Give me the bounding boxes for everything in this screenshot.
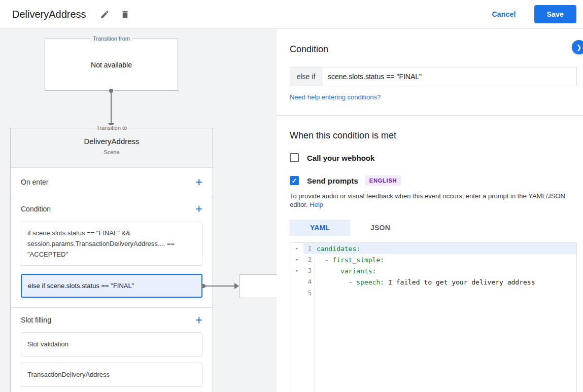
transition-from-value: Not available [91,61,132,69]
help-link[interactable]: Help [310,201,323,208]
line-number: 3 [303,265,314,276]
code-line[interactable]: candidates: [315,243,576,254]
linked-target-node[interactable] [239,274,277,298]
webhook-row: Call your webhook [290,153,577,162]
top-bar: DeliveryAddress Cancel Save [0,0,583,29]
editor-gutter: ▾ 1 ▾ 2 ▾ 3 4 [290,243,315,392]
webhook-checkbox[interactable] [290,153,299,162]
gutter-cell: ▾ 3 [290,265,314,276]
editor-tabs: YAML JSON [290,220,577,236]
condition-card-else-selected[interactable]: else if scene.slots.status == "FINAL" [21,274,202,298]
condition-prefix-cell: else if [290,67,322,86]
yaml-key: candidates: [317,245,360,253]
panel-title: Condition [290,44,577,55]
gutter-cell: ▾ 2 [290,254,314,265]
send-prompts-row: ✓ Send prompts ENGLISH [290,175,577,186]
trash-icon [120,10,130,19]
editor-code-area[interactable]: candidates: - first_simple: variants: - … [315,243,576,392]
delete-scene-button[interactable] [117,6,134,23]
condition-heading-row: Condition + [11,196,213,222]
code-line[interactable]: - speech: I failed to get your delivery … [315,276,576,288]
yaml-key: first_simple: [332,256,384,264]
code-line[interactable] [315,288,576,299]
transition-to-node[interactable]: Transition to DeliveryAddress Scene On e… [10,128,213,392]
yaml-key: variants: [340,267,376,275]
scene-title: DeliveryAddress [11,137,213,146]
plus-icon: + [195,202,202,216]
page-title: DeliveryAddress [12,9,86,20]
condition-section: Condition + if scene.slots.status == "FI… [11,196,213,308]
line-number: 4 [303,276,314,288]
language-badge: ENGLISH [365,175,401,186]
fold-icon[interactable]: ▾ [290,265,303,276]
line-number: 5 [303,288,314,299]
line-number: 2 [303,254,314,265]
condition-card-if[interactable]: if scene.slots.status == "FINAL" && sess… [21,222,202,266]
on-enter-row[interactable]: On enter + [11,168,213,196]
line-number: 1 [303,243,314,254]
yaml-key: speech: [356,278,384,286]
arrow-right-icon [234,283,239,289]
condition-section-label: Condition [21,205,51,213]
gutter-cell: 4 [290,276,314,288]
yaml-dash: - [349,278,357,286]
scene-subtitle: Scene [11,149,213,155]
add-slot-filling-button[interactable]: + [191,314,207,326]
scene-editor-screen: DeliveryAddress Cancel Save Transition f… [0,0,583,392]
when-condition-met-title: When this condition is met [290,130,577,141]
gutter-cell: ▾ 1 [290,243,314,254]
code-line[interactable]: variants: [315,265,576,276]
plus-icon: + [195,313,202,327]
slot-validation-card[interactable]: Slot validation [21,332,202,357]
yaml-indent [317,256,325,264]
fold-spacer [290,288,303,299]
scene-header: DeliveryAddress Scene [11,128,213,168]
yaml-indent [317,278,349,286]
webhook-label: Call your webhook [307,154,374,162]
check-icon: ✓ [292,177,297,185]
slot-filling-label: Slot filling [21,316,51,324]
condition-detail-panel: ❯ Condition else if Need help entering c… [277,29,583,392]
plus-icon: + [195,175,202,189]
transition-from-label: Transition from [90,35,133,42]
tab-json[interactable]: JSON [350,220,410,236]
fold-icon[interactable]: ▾ [290,243,303,254]
yaml-indent [317,267,340,275]
on-enter-label: On enter [21,178,48,186]
transition-from-node[interactable]: Transition from Not available [45,39,178,91]
add-on-enter-button[interactable]: + [191,176,207,188]
send-prompts-label: Send prompts [307,176,358,185]
fold-icon[interactable]: ▾ [290,254,303,265]
code-line[interactable]: - first_simple: [315,254,576,265]
flow-canvas: Transition from Not available Transition… [0,29,277,392]
section-divider [277,115,583,116]
collapse-panel-button[interactable]: ❯ [572,40,583,54]
slot-filling-heading-row: Slot filling + [11,308,213,332]
yaml-dash: - [325,256,333,264]
chevron-right-icon: ❯ [576,44,582,51]
yaml-value: I failed to get your delivery address [384,278,535,286]
transition-to-label: Transition to [93,125,130,131]
fold-spacer [290,276,303,288]
gutter-cell: 5 [290,288,314,299]
slot-parameter-card[interactable]: TransactionDeliveryAddress [21,363,202,387]
tab-yaml[interactable]: YAML [290,220,350,236]
connector-line-horizontal [203,286,235,287]
conditions-help-link[interactable]: Need help entering conditions? [290,93,381,101]
edit-scene-button[interactable] [96,6,114,23]
save-button[interactable]: Save [534,5,577,23]
pencil-icon [100,10,110,19]
prompt-description: To provide audio or visual feedback when… [290,192,577,209]
prompt-description-text: To provide audio or visual feedback when… [290,192,565,208]
add-condition-button[interactable]: + [191,203,207,215]
send-prompts-checkbox[interactable]: ✓ [290,176,299,185]
condition-expression-row: else if [290,67,577,86]
connector-line-vertical [111,92,112,123]
yaml-editor[interactable]: ▾ 1 ▾ 2 ▾ 3 4 [290,242,577,392]
cancel-button[interactable]: Cancel [492,10,516,18]
condition-input[interactable] [322,67,577,86]
